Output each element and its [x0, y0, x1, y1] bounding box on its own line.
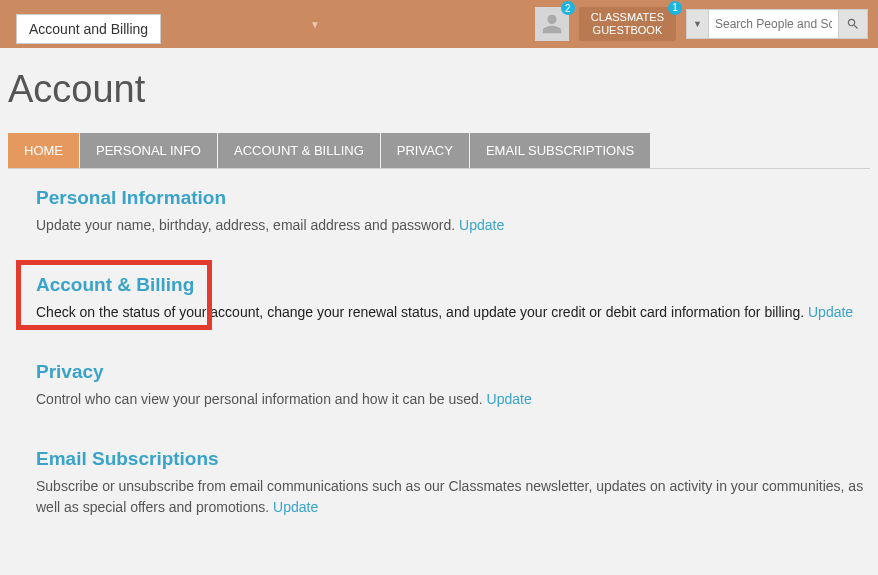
section-title-privacy[interactable]: Privacy [36, 361, 870, 383]
search-filter-caret[interactable]: ▼ [686, 9, 708, 39]
section-title-personal[interactable]: Personal Information [36, 187, 870, 209]
section-personal-info: Personal Information Update your name, b… [36, 187, 870, 236]
section-email-subscriptions: Email Subscriptions Subscribe or unsubsc… [36, 448, 870, 518]
avatar-badge: 2 [561, 1, 575, 15]
guestbook-line1: CLASSMATES [591, 11, 664, 24]
section-desc-email: Subscribe or unsubscribe from email comm… [36, 476, 870, 518]
section-desc-text: Control who can view your personal infor… [36, 391, 483, 407]
section-desc-text: Check on the status of your account, cha… [36, 304, 804, 320]
tooltip-label: Account and Billing [16, 14, 161, 44]
nav-caret-icon[interactable]: ▼ [310, 19, 320, 30]
guestbook-badge: 1 [668, 1, 682, 15]
person-icon [541, 13, 563, 35]
update-link-email[interactable]: Update [273, 499, 318, 515]
guestbook-button[interactable]: CLASSMATES GUESTBOOK 1 [579, 7, 676, 41]
tabs: HOME PERSONAL INFO ACCOUNT & BILLING PRI… [8, 133, 870, 169]
tab-personal-info[interactable]: PERSONAL INFO [80, 133, 217, 168]
topbar: Account and Billing ▼ 2 CLASSMATES GUEST… [0, 0, 878, 48]
update-link-billing[interactable]: Update [808, 304, 853, 320]
page-title: Account [8, 68, 870, 111]
section-title-billing[interactable]: Account & Billing [36, 274, 870, 296]
search-group: ▼ [686, 9, 868, 39]
section-desc-billing: Check on the status of your account, cha… [36, 302, 870, 323]
tab-privacy[interactable]: PRIVACY [381, 133, 469, 168]
section-privacy: Privacy Control who can view your person… [36, 361, 870, 410]
section-desc-privacy: Control who can view your personal infor… [36, 389, 870, 410]
section-desc-personal: Update your name, birthday, address, ema… [36, 215, 870, 236]
profile-avatar[interactable]: 2 [535, 7, 569, 41]
tab-home[interactable]: HOME [8, 133, 79, 168]
section-desc-text: Subscribe or unsubscribe from email comm… [36, 478, 863, 515]
update-link-privacy[interactable]: Update [487, 391, 532, 407]
tab-account-billing[interactable]: ACCOUNT & BILLING [218, 133, 380, 168]
update-link-personal[interactable]: Update [459, 217, 504, 233]
search-icon [846, 17, 860, 31]
guestbook-line2: GUESTBOOK [591, 24, 664, 37]
section-account-billing: Account & Billing Check on the status of… [36, 274, 870, 323]
tab-email-subscriptions[interactable]: EMAIL SUBSCRIPTIONS [470, 133, 650, 168]
page-body: Account HOME PERSONAL INFO ACCOUNT & BIL… [0, 48, 878, 518]
section-title-email[interactable]: Email Subscriptions [36, 448, 870, 470]
section-desc-text: Update your name, birthday, address, ema… [36, 217, 455, 233]
search-input[interactable] [708, 9, 838, 39]
search-button[interactable] [838, 9, 868, 39]
sections: Personal Information Update your name, b… [8, 169, 870, 518]
